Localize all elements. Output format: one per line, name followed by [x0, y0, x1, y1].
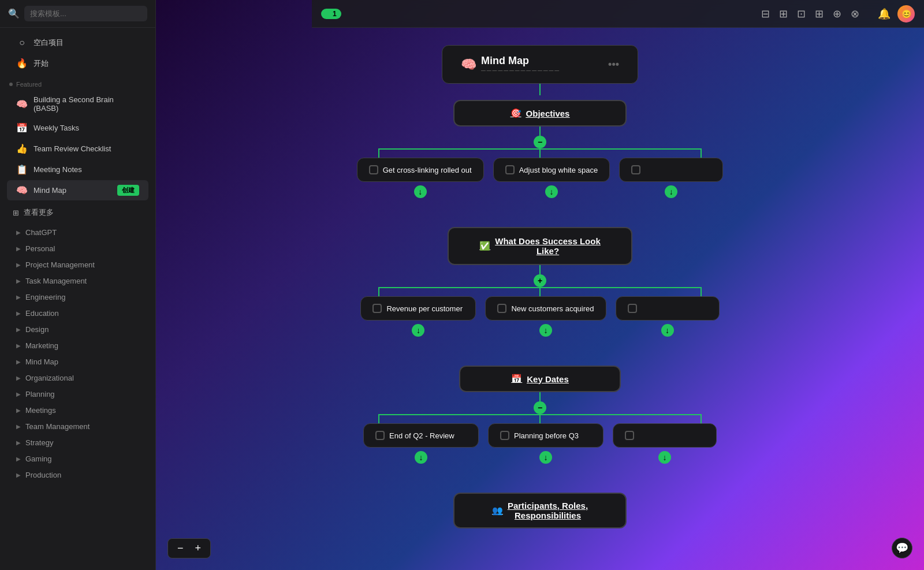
suc-checkbox-3[interactable] [628, 304, 637, 313]
suc-child-expand-3[interactable]: ↓ [661, 324, 674, 337]
success-icon: ✅ [479, 241, 490, 251]
kd-child-expand-1[interactable]: ↓ [415, 451, 427, 464]
sidebar-item-checklist[interactable]: 👍 Team Review Checklist [7, 139, 148, 159]
layout-icon-1[interactable]: ⊟ [761, 8, 770, 20]
suc-checkbox-2[interactable] [497, 304, 506, 313]
sidebar-cat-gaming[interactable]: ▶ Gaming [7, 451, 148, 467]
layout-icon-2[interactable]: ⊞ [779, 8, 788, 20]
basb-label: Building a Second Brain (BASB) [33, 95, 139, 113]
checkbox-1[interactable] [369, 165, 378, 174]
search-input[interactable] [24, 6, 147, 21]
suc-expand[interactable]: + [534, 274, 546, 287]
layout-icon-3[interactable]: ⊡ [797, 8, 806, 20]
sidebar-item-blank[interactable]: ○ 空白项目 [7, 33, 148, 53]
sidebar-cat-planning[interactable]: ▶ Planning [7, 386, 148, 402]
root-node[interactable]: 🧠 Mind Map ────────────── ••• [442, 45, 638, 84]
suc-child-3: ↓ [616, 296, 720, 337]
root-brain-icon: 🧠 [461, 57, 476, 72]
zoom-minus-button[interactable]: − [173, 541, 188, 556]
more-icon[interactable]: ••• [608, 58, 619, 70]
sidebar: 🔍 ○ 空白项目 🔥 开始 Featured 🧠 Building a Seco… [0, 0, 156, 570]
suc-child-expand-1[interactable]: ↓ [412, 324, 424, 337]
arrow-icon: ▶ [16, 278, 21, 284]
cat-label-taskmgmt: Task Management [25, 277, 139, 285]
arrow-icon: ▶ [16, 359, 21, 365]
obj-expand-minus[interactable]: − [534, 136, 546, 148]
meeting-label: Meeting Notes [33, 165, 139, 174]
sidebar-item-weekly[interactable]: 📅 Weekly Tasks [7, 118, 148, 138]
featured-section: Featured [0, 76, 155, 90]
sidebar-cat-design[interactable]: ▶ Design [7, 322, 148, 337]
sidebar-item-meeting[interactable]: 📋 Meeting Notes [7, 159, 148, 180]
suc-child-expand-2[interactable]: ↓ [539, 324, 552, 337]
sidebar-cat-mindmap[interactable]: ▶ Mind Map [7, 354, 148, 370]
sidebar-item-basb[interactable]: 🧠 Building a Second Brain (BASB) [7, 91, 148, 117]
kd-child-node-1[interactable]: End of Q2 - Review [363, 423, 479, 448]
sidebar-cat-production[interactable]: ▶ Production [7, 467, 148, 483]
layout-icon-4[interactable]: ⊞ [815, 8, 824, 20]
checkbox-2[interactable] [505, 165, 515, 174]
user-group-icon[interactable]: ⊗ [851, 8, 859, 20]
sidebar-cat-engineering[interactable]: ▶ Engineering [7, 289, 148, 305]
suc-checkbox-1[interactable] [372, 304, 382, 313]
obj-child-expand-2[interactable]: ↓ [545, 185, 558, 198]
kd-child-expand-2[interactable]: ↓ [539, 451, 552, 464]
avatar[interactable]: 😊 [897, 5, 915, 23]
suc-h-connector [349, 287, 731, 296]
sidebar-cat-education[interactable]: ▶ Education [7, 306, 148, 321]
participants-node[interactable]: 👥 Participants, Roles,Responsibilities [453, 493, 627, 528]
sidebar-cat-projectmgmt[interactable]: ▶ Project Management [7, 257, 148, 273]
obj-child-expand-1[interactable]: ↓ [414, 185, 427, 198]
share-icon[interactable]: ⊕ [833, 8, 841, 20]
success-title: What Does Success LookLike? [495, 236, 601, 256]
arrow-icon: ▶ [16, 407, 21, 413]
kd-checkbox-1[interactable] [375, 431, 385, 440]
blank-icon: ○ [16, 38, 28, 48]
suc-child-node-1[interactable]: Revenue per customer [360, 296, 476, 321]
sidebar-cat-meetings[interactable]: ▶ Meetings [7, 403, 148, 418]
suc-child-node-2[interactable]: New customers acquired [485, 296, 606, 321]
start-label: 开始 [33, 58, 139, 69]
kd-checkbox-2[interactable] [500, 431, 509, 440]
arrow-icon: ▶ [16, 310, 21, 316]
root-content: Mind Map ────────────── [481, 55, 603, 74]
kd-expand-minus[interactable]: − [534, 401, 546, 414]
topbar-right: 🔔 😊 [878, 5, 915, 23]
create-badge[interactable]: 创建 [117, 185, 139, 196]
obj-child-node-2[interactable]: Adjust blog white space [493, 158, 610, 182]
arrow-icon: ▶ [16, 472, 21, 478]
sidebar-cat-strategy[interactable]: ▶ Strategy [7, 435, 148, 450]
sidebar-cat-taskmgmt[interactable]: ▶ Task Management [7, 273, 148, 289]
cat-label-education: Education [25, 309, 139, 318]
objectives-icon: 🎯 [511, 108, 521, 118]
success-node[interactable]: ✅ What Does Success LookLike? [448, 227, 632, 265]
kd-child-node-2[interactable]: Planning before Q3 [488, 423, 603, 448]
sidebar-cat-personal[interactable]: ▶ Personal [7, 241, 148, 256]
kd-checkbox-3[interactable] [625, 431, 634, 440]
sidebar-cat-marketing[interactable]: ▶ Marketing [7, 338, 148, 353]
arrow-icon: ▶ [16, 229, 21, 236]
notification-icon[interactable]: 🔔 [878, 8, 891, 20]
obj-child-node-3[interactable] [619, 158, 723, 182]
suc-child-node-3[interactable] [616, 296, 720, 321]
sidebar-cat-team[interactable]: ▶ Team Management [7, 419, 148, 434]
sidebar-item-start[interactable]: 🔥 开始 [7, 53, 148, 73]
chat-button[interactable]: 💬 [892, 538, 912, 558]
zoom-plus-button[interactable]: + [191, 541, 206, 556]
cat-label-gaming: Gaming [25, 454, 139, 463]
obj-child-expand-3[interactable]: ↓ [665, 185, 677, 198]
kd-child-expand-3[interactable]: ↓ [658, 451, 671, 464]
see-more-item[interactable]: ⊞ 查看更多 [3, 202, 152, 223]
obj-child-label-2: Adjust blog white space [519, 166, 598, 174]
checkbox-3[interactable] [631, 165, 640, 174]
cat-label-org: Organizational [25, 374, 139, 382]
sidebar-cat-org[interactable]: ▶ Organizational [7, 370, 148, 386]
sidebar-cat-chatgpt[interactable]: ▶ ChatGPT [7, 225, 148, 240]
topbar-badge: 1 [321, 9, 341, 19]
sidebar-item-mindmap[interactable]: 🧠 Mind Map 创建 [7, 180, 148, 200]
objectives-node[interactable]: 🎯 Objectives [453, 100, 627, 126]
kd-child-node-3[interactable] [613, 423, 717, 448]
keydates-node[interactable]: 📅 Key Dates [459, 366, 621, 392]
obj-child-node-1[interactable]: Get cross-linking rolled out [357, 158, 484, 182]
suc-child-2: New customers acquired ↓ [485, 296, 606, 337]
